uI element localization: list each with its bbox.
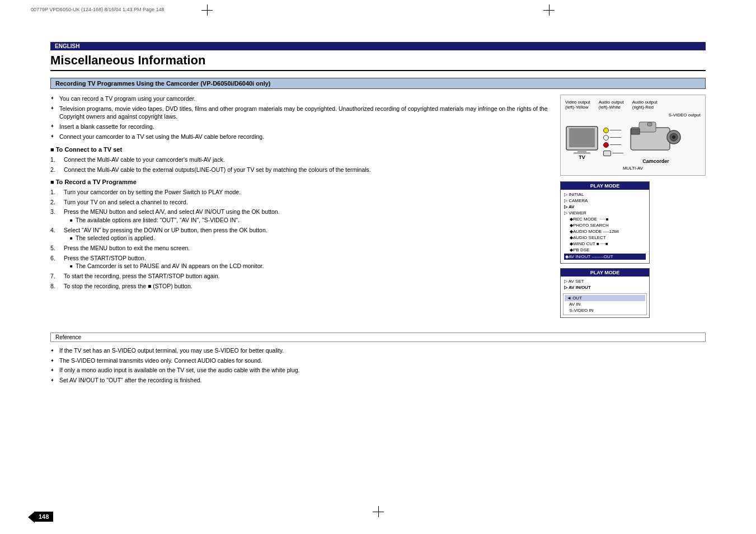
note-step-3: The available options are listed: "OUT",… xyxy=(62,216,549,224)
menu1-camera: ▷ CAMERA xyxy=(564,198,646,203)
section-heading: Recording TV Programmes Using the Camcor… xyxy=(50,78,706,89)
connect-tv-heading: To Connect to a TV set xyxy=(50,146,549,153)
record-step-8: 8.To stop the recording, press the ■ (ST… xyxy=(50,282,549,291)
menu1-audio-mode: ◆AUDIO MODE ----12bit xyxy=(564,229,646,234)
connect-tv-steps: 1.Connect the Multi-AV cable to your cam… xyxy=(50,156,549,174)
page-container: 00779P VPD6050-UK (124-168) 8/16/04 1:43… xyxy=(0,0,756,534)
svg-point-8 xyxy=(672,135,675,139)
intro-bullet-4: Connect your camcorder to a TV set using… xyxy=(50,133,549,141)
record-step-3: 3.Press the MENU button and select A/V, … xyxy=(50,208,549,224)
connect-tv-step-1: 1.Connect the Multi-AV cable to your cam… xyxy=(50,156,549,164)
reg-mark-tl xyxy=(201,4,213,16)
menu1-initial: ▷ INITIAL xyxy=(564,192,646,197)
menu1-content: ▷ INITIAL ▷ CAMERA ▷ AV ▷ VIEWER ◆REC MO… xyxy=(561,190,649,263)
svg-rect-3 xyxy=(574,152,590,154)
menu2-options: ◄ OUT AV IN S-VIDEO IN xyxy=(563,293,647,315)
menu1-rec-mode: ◆REC MODE ·····■ xyxy=(564,217,646,222)
multi-av-label: MULTI-AV xyxy=(565,166,701,171)
main-title: Miscellaneous Information xyxy=(50,53,706,71)
menu1-av: ▷ AV xyxy=(564,204,646,209)
menu1-pb-dse: ◆PB DSE xyxy=(564,247,646,252)
menu2-content: ▷ AV SET ▷ AV IN/OUT xyxy=(561,277,649,293)
camcorder-diagram xyxy=(628,119,684,158)
diagram-svideo-label: S-VIDEO output xyxy=(669,113,701,118)
reg-mark-bl xyxy=(373,506,384,517)
menu2-option-avin: AV IN xyxy=(565,301,645,307)
reference-bullets: If the TV set has an S-VIDEO output term… xyxy=(50,346,706,386)
record-step-7: 7.To start the recording, press the STAR… xyxy=(50,272,549,280)
right-column: Video output(left)-Yellow Audio output(l… xyxy=(560,95,706,322)
language-badge: ENGLISH xyxy=(50,42,706,50)
camcorder-label: Camcorder xyxy=(642,158,669,164)
tv-diagram xyxy=(565,124,599,154)
menu1-viewer: ▷ VIEWER xyxy=(564,210,646,216)
menu1-photo-search: ◆PHOTO SEARCH xyxy=(564,223,646,228)
menu2-option-svideo: S-VIDEO IN xyxy=(565,307,645,313)
ref-bullet-1: If the TV set has an S-VIDEO output term… xyxy=(50,346,706,355)
record-step-5: 5.Press the MENU button to exit the menu… xyxy=(50,244,549,252)
ref-bullet-3: If only a mono audio input is available … xyxy=(50,366,706,374)
menu1-title: PLAY MODE xyxy=(561,182,649,190)
two-column-layout: You can record a TV program using your c… xyxy=(50,95,706,322)
header-info: 00779P VPD6050-UK (124-168) 8/16/04 1:43… xyxy=(31,7,165,12)
note-step-7: The Camcorder is set to PAUSE and AV IN … xyxy=(62,262,549,270)
reg-mark-tr xyxy=(543,4,555,16)
left-column: You can record a TV program using your c… xyxy=(50,95,549,322)
ref-bullet-4: Set AV IN/OUT to "OUT" after the recordi… xyxy=(50,376,706,385)
note-step-4: The selected option is applied. xyxy=(62,234,549,242)
intro-bullet-1: You can record a TV program using your c… xyxy=(50,95,549,103)
record-step-6: 6.Press the START/STOP button. The Camco… xyxy=(50,254,549,270)
diagram-video-label: Video output(left)-Yellow xyxy=(565,100,590,110)
menu1-audio-select: ◆AUDIO SELECT xyxy=(564,235,646,240)
connect-tv-step-2: 2.Connect the Multi-AV cable to the exte… xyxy=(50,166,549,174)
menu1-wind-cut: ◆WIND CUT ■·····■ xyxy=(564,241,646,246)
menu1-av-inout: ◆AV IN/OUT --------OUT xyxy=(564,254,646,260)
menu2-av-set: ▷ AV SET xyxy=(564,279,646,284)
record-step-1: 1.Turn your camcorder on by setting the … xyxy=(50,188,549,196)
record-tv-heading: To Record a TV Programme xyxy=(50,179,549,185)
reference-box: Reference xyxy=(50,332,706,342)
diagram-audio-right-label: Audio output(right)-Red xyxy=(632,100,658,110)
svg-rect-10 xyxy=(647,123,652,126)
record-step-4: 4.Select "AV IN" by pressing the DOWN or… xyxy=(50,226,549,242)
menu2-av-inout: ▷ AV IN/OUT xyxy=(564,285,646,290)
page-number-area: 148 xyxy=(28,512,53,523)
intro-bullet-3: Insert a blank cassette for recording. xyxy=(50,123,549,131)
ref-bullet-2: The S-VIDEO terminal transmits video onl… xyxy=(50,357,706,365)
record-tv-steps: 1.Turn your camcorder on by setting the … xyxy=(50,188,549,291)
intro-bullet-2: Television programs, movie video tapes, … xyxy=(50,105,549,121)
diagram-audio-left-label: Audio output(left)-White xyxy=(599,100,624,110)
tv-label: TV xyxy=(579,154,585,160)
intro-bullets: You can record a TV program using your c… xyxy=(50,95,549,140)
menu2-title: PLAY MODE xyxy=(561,269,649,277)
diagram-box: Video output(left)-Yellow Audio output(l… xyxy=(560,95,706,176)
record-step-2: 2.Turn your TV on and select a channel t… xyxy=(50,198,549,207)
menu-screenshot-2: PLAY MODE ▷ AV SET ▷ AV IN/OUT ◄ OUT AV … xyxy=(560,268,650,318)
page-number-badge: 148 xyxy=(34,512,53,522)
svg-rect-9 xyxy=(631,129,640,134)
content-area: ENGLISH Miscellaneous Information Record… xyxy=(50,42,706,391)
svg-rect-1 xyxy=(569,128,595,147)
menu-screenshot-1: PLAY MODE ▷ INITIAL ▷ CAMERA ▷ AV ▷ VIEW… xyxy=(560,181,650,264)
menu2-option-out: ◄ OUT xyxy=(565,295,645,301)
